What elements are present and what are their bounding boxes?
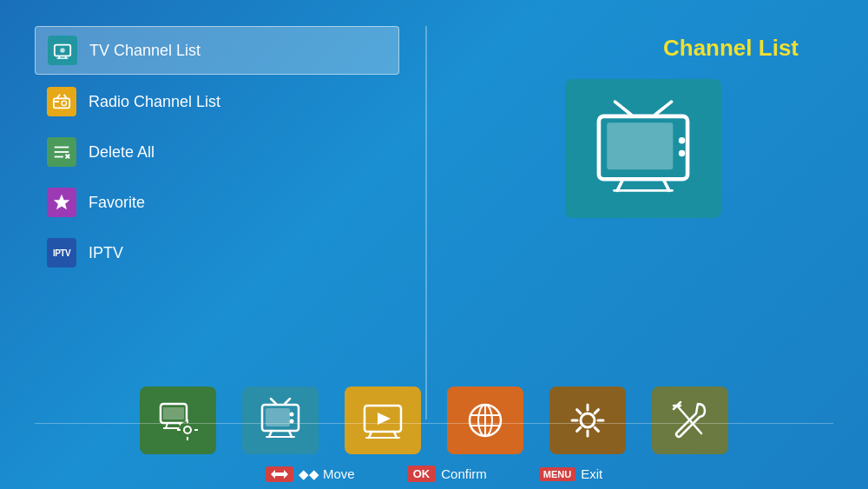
svg-marker-15 [54,195,69,209]
bottom-separator [35,423,833,424]
bottom-toolbar [140,387,728,454]
svg-line-16 [615,102,632,115]
menu-item-iptv[interactable]: IPTV IPTV [35,229,399,276]
tv-icon [257,397,304,444]
confirm-label: Confirm [441,466,487,481]
svg-line-61 [595,427,598,431]
panel-divider [425,26,427,420]
channel-list-title: Channel List [663,35,799,62]
iptv-icon: IPTV [47,238,76,268]
toolbar-btn-tv[interactable] [242,387,319,454]
menu-item-radio-channel-list-label: Radio Channel List [89,93,220,111]
status-move: ◆◆ Move [266,466,355,482]
svg-marker-67 [271,470,288,479]
svg-rect-19 [607,122,673,169]
toolbar-btn-media[interactable] [345,387,421,454]
svg-line-36 [271,399,276,404]
exit-label: Exit [581,466,602,481]
menu-badge: MENU [539,467,575,481]
right-panel: Channel List [453,26,833,420]
system-icon [155,397,201,444]
status-bar: ◆◆ Move OK Confirm MENU Exit [0,466,868,482]
status-exit: MENU Exit [539,466,602,481]
delete-all-icon [47,137,76,167]
menu-item-radio-channel-list[interactable]: Radio Channel List [35,78,399,125]
toolbar-btn-internet[interactable] [447,387,523,454]
svg-line-60 [577,410,581,413]
svg-line-62 [595,410,598,413]
toolbar-btn-settings[interactable] [549,387,626,454]
tools-icon [667,397,713,444]
settings-icon [564,397,611,444]
menu-item-delete-all-label: Delete All [89,143,155,162]
toolbar-btn-system[interactable] [140,387,216,454]
svg-line-63 [577,427,581,431]
move-badge [266,466,293,482]
menu-item-delete-all[interactable]: Delete All [35,129,399,175]
tv-channel-list-icon [48,36,77,65]
menu-item-iptv-label: IPTV [89,244,123,262]
move-label: ◆◆ Move [299,466,355,482]
menu-panel: TV Channel List Radio Channel List [35,26,399,420]
svg-point-4 [60,48,65,53]
media-icon [359,397,406,444]
svg-point-55 [581,413,595,427]
svg-rect-26 [163,407,184,420]
menu-item-tv-channel-list-label: TV Channel List [89,42,201,60]
svg-point-23 [679,137,685,143]
favorite-icon [47,188,76,217]
internet-icon [462,397,509,444]
svg-point-8 [62,101,67,106]
tv-preview-box [565,79,721,218]
ok-badge: OK [407,466,437,482]
svg-line-37 [285,399,290,404]
status-confirm: OK Confirm [407,466,487,482]
svg-point-24 [679,150,685,156]
svg-point-40 [290,413,294,417]
toolbar-btn-tools[interactable] [652,387,728,454]
radio-channel-list-icon [47,87,76,116]
menu-item-favorite-label: Favorite [89,194,145,212]
svg-line-17 [655,102,672,115]
svg-rect-9 [55,101,60,102]
svg-point-30 [179,421,196,439]
menu-item-tv-channel-list[interactable]: TV Channel List [35,26,399,75]
tv-preview-icon [587,96,700,201]
menu-item-favorite[interactable]: Favorite [35,179,399,226]
